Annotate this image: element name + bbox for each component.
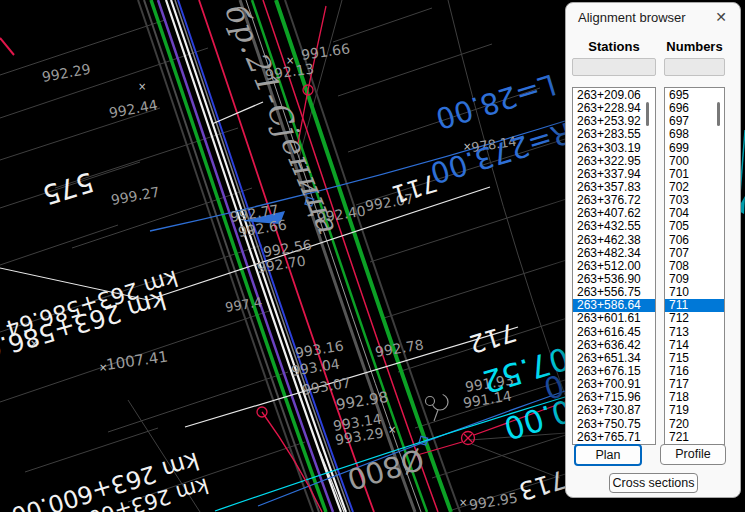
cad-label: ×	[99, 362, 107, 373]
list-item[interactable]: 263+601.61	[573, 312, 655, 325]
list-item[interactable]: 263+303.19	[573, 142, 655, 155]
profile-button[interactable]: Profile	[660, 444, 726, 465]
list-item[interactable]: 707	[665, 247, 724, 260]
close-icon[interactable]: ✕	[710, 7, 732, 27]
list-item[interactable]: 263+765.71	[573, 431, 655, 444]
cad-label: ×	[459, 497, 467, 508]
list-item[interactable]: 714	[665, 339, 724, 352]
list-item[interactable]: 712	[665, 312, 724, 325]
numbers-scrollbar[interactable]	[717, 102, 720, 126]
stations-list[interactable]: 263+209.06263+228.94263+253.92263+283.55…	[572, 87, 656, 445]
numbers-list[interactable]: 6956966976986997007017027037047057067077…	[664, 87, 725, 445]
cad-label: ×	[286, 55, 294, 66]
list-item[interactable]: 721	[665, 431, 724, 444]
list-item[interactable]: 263+337.94	[573, 168, 655, 181]
list-item[interactable]: 263+651.34	[573, 352, 655, 365]
list-item[interactable]: 701	[665, 168, 724, 181]
list-item[interactable]: 706	[665, 234, 724, 247]
alignment-browser-dialog: Alignment browser ✕ Stations Numbers 263…	[565, 2, 741, 498]
list-item[interactable]: 700	[665, 155, 724, 168]
list-item[interactable]: 263+512.00	[573, 260, 655, 273]
stations-scrollbar[interactable]	[646, 102, 649, 126]
list-item[interactable]: 263+283.55	[573, 128, 655, 141]
list-item[interactable]: 713	[665, 326, 724, 339]
list-item[interactable]: 715	[665, 352, 724, 365]
list-item[interactable]: 263+750.75	[573, 418, 655, 431]
cad-label: ×	[138, 81, 146, 92]
numbers-header: Numbers	[664, 39, 725, 54]
list-item[interactable]: 699	[665, 142, 724, 155]
list-item[interactable]: 263+616.45	[573, 326, 655, 339]
plan-button[interactable]: Plan	[574, 444, 642, 466]
list-item[interactable]: 263+730.87	[573, 404, 655, 417]
list-item[interactable]: 263+636.42	[573, 339, 655, 352]
dialog-title: Alignment browser	[578, 10, 686, 25]
cad-label: ×	[388, 424, 396, 435]
cross-sections-button[interactable]: Cross sections	[609, 473, 698, 493]
stations-header: Stations	[572, 39, 656, 54]
list-item[interactable]: 263+432.55	[573, 220, 655, 233]
list-item[interactable]: 708	[665, 260, 724, 273]
stations-filter-input[interactable]	[572, 58, 656, 76]
numbers-filter-input[interactable]	[664, 58, 725, 76]
list-item[interactable]: 698	[665, 128, 724, 141]
list-item[interactable]: 263+462.38	[573, 234, 655, 247]
list-item[interactable]: 705	[665, 220, 724, 233]
list-item[interactable]: 263+322.95	[573, 155, 655, 168]
list-item[interactable]: 720	[665, 418, 724, 431]
list-item[interactable]: 719	[665, 404, 724, 417]
app-window: 992.29992.44999.271007.41991.66992.13978…	[0, 0, 745, 512]
list-item[interactable]: 263+482.34	[573, 247, 655, 260]
